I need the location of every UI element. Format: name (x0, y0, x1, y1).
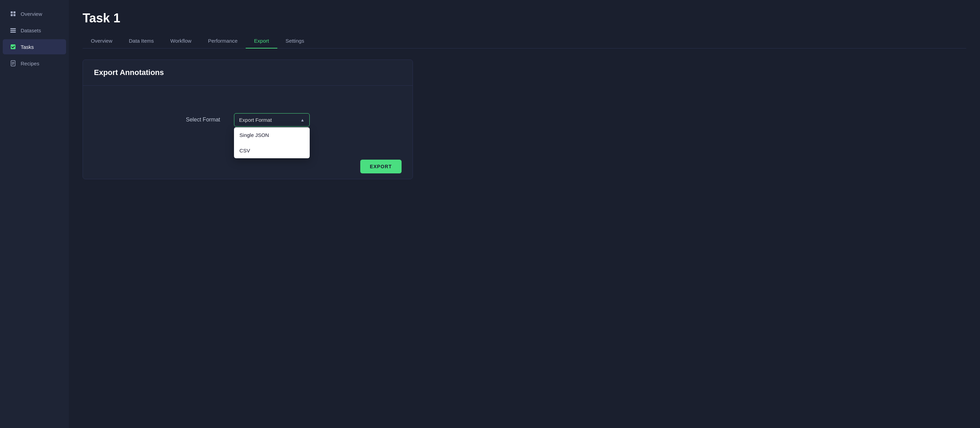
tab-settings[interactable]: Settings (277, 34, 312, 49)
tab-workflow[interactable]: Workflow (162, 34, 200, 49)
format-dropdown-trigger[interactable]: Export Format ▲ (234, 113, 310, 127)
sidebar-item-recipes[interactable]: Recipes (3, 56, 66, 71)
format-dropdown-wrapper: Export Format ▲ Single JSON CSV (234, 113, 310, 127)
tasks-icon (10, 43, 16, 50)
overview-icon (10, 10, 16, 17)
svg-rect-6 (10, 32, 16, 33)
svg-rect-4 (10, 28, 16, 29)
format-label: Select Format (186, 113, 220, 123)
main-content: Task 1 Overview Data Items Workflow Perf… (69, 0, 980, 428)
sidebar-item-datasets-label: Datasets (21, 27, 41, 33)
export-card: Export Annotations Select Format Export … (83, 59, 413, 179)
sidebar-item-tasks-label: Tasks (21, 44, 34, 50)
sidebar-item-datasets[interactable]: Datasets (3, 23, 66, 38)
tab-performance[interactable]: Performance (200, 34, 246, 49)
tab-data-items[interactable]: Data Items (121, 34, 162, 49)
recipes-icon (10, 60, 16, 67)
sidebar-item-overview[interactable]: Overview (3, 6, 66, 21)
svg-rect-1 (13, 11, 16, 13)
svg-rect-5 (10, 30, 16, 31)
datasets-icon (10, 27, 16, 34)
sidebar-item-recipes-label: Recipes (21, 60, 39, 67)
format-dropdown-menu: Single JSON CSV (234, 127, 310, 158)
export-card-title: Export Annotations (94, 68, 402, 77)
export-card-header: Export Annotations (83, 60, 412, 86)
sidebar: Overview Datasets Tasks (0, 0, 69, 428)
tab-export[interactable]: Export (246, 34, 277, 49)
tab-bar: Overview Data Items Workflow Performance… (83, 34, 966, 49)
sidebar-item-overview-label: Overview (21, 11, 42, 17)
sidebar-item-tasks[interactable]: Tasks (3, 39, 66, 54)
page-title: Task 1 (83, 11, 966, 25)
dropdown-placeholder: Export Format (239, 117, 272, 123)
svg-rect-2 (11, 14, 13, 16)
svg-rect-0 (11, 11, 13, 13)
dropdown-item-csv[interactable]: CSV (234, 143, 310, 158)
export-card-body: Select Format Export Format ▲ Single JSO… (83, 86, 412, 154)
format-row: Select Format Export Format ▲ Single JSO… (94, 113, 402, 127)
export-button[interactable]: EXPORT (360, 160, 402, 173)
tab-overview[interactable]: Overview (83, 34, 121, 49)
chevron-up-icon: ▲ (301, 118, 304, 123)
dropdown-item-single-json[interactable]: Single JSON (234, 127, 310, 143)
svg-rect-3 (13, 14, 16, 16)
